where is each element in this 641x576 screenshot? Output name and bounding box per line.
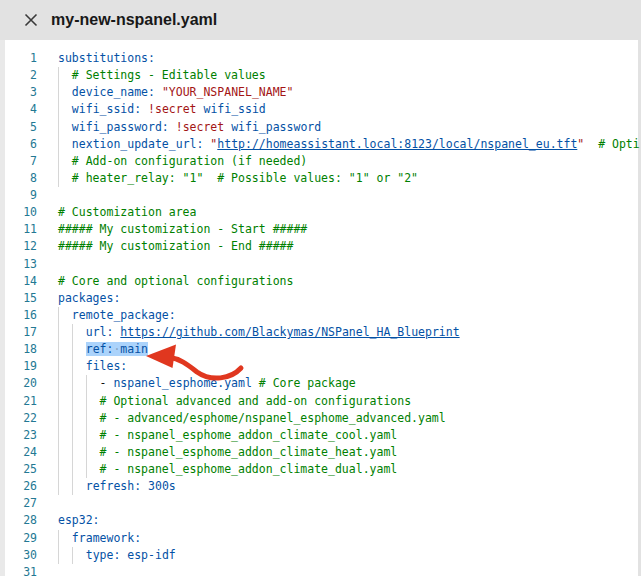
yaml-editor[interactable]: 1substitutions:2 # Settings - Editable v… — [0, 40, 641, 576]
code-token: wifi_password — [231, 120, 321, 134]
code-line[interactable]: 27 — [0, 495, 641, 512]
code-token: nextion_update_url: — [72, 137, 204, 151]
code-token: packages: — [58, 291, 120, 305]
indent-guide — [72, 375, 73, 392]
line-number: 9 — [0, 187, 37, 204]
code-line[interactable]: 1substitutions: — [0, 50, 641, 67]
line-content — [37, 495, 641, 512]
line-content: esp32: — [37, 512, 641, 529]
line-content: # Customization area — [37, 204, 641, 221]
code-line[interactable]: 8 # heater_relay: "1" # Possible values:… — [0, 170, 641, 187]
indent-guide — [86, 410, 87, 427]
line-content: # heater_relay: "1" # Possible values: "… — [37, 170, 641, 187]
code-line[interactable]: 24 # - nspanel_esphome_addon_climate_hea… — [0, 444, 641, 461]
code-line[interactable]: 2 # Settings - Editable values — [0, 67, 641, 84]
line-number: 10 — [0, 204, 37, 221]
code-token — [155, 85, 162, 99]
line-number: 28 — [0, 512, 37, 529]
indent-guide — [72, 547, 73, 564]
indent-guide — [86, 393, 87, 410]
link[interactable]: https://github.com/Blackymas/NSPanel_HA_… — [120, 325, 459, 339]
line-content: wifi_password: !secret wifi_password — [37, 119, 641, 136]
line-content: # Core and optional configurations — [37, 273, 641, 290]
code-token: # - nspanel_esphome_addon_climate_dual.y… — [58, 462, 397, 476]
line-number: 16 — [0, 307, 37, 324]
code-line[interactable]: 25 # - nspanel_esphome_addon_climate_dua… — [0, 461, 641, 478]
code-line[interactable]: 31 — [0, 564, 641, 576]
code-line[interactable]: 16 remote_package: — [0, 307, 641, 324]
indent-guide — [58, 84, 59, 101]
code-token: # Settings - Editable values — [58, 68, 266, 82]
indent-guide — [58, 427, 59, 444]
code-line[interactable]: 6 nextion_update_url: "http://homeassist… — [0, 136, 641, 153]
code-line[interactable]: 21 # Optional advanced and add-on config… — [0, 393, 641, 410]
code-line[interactable]: 15packages: — [0, 290, 641, 307]
line-content — [37, 187, 641, 204]
code-token — [141, 479, 148, 493]
indent-guide — [86, 461, 87, 478]
line-content: substitutions: — [37, 50, 641, 67]
code-token: # Core package — [259, 376, 356, 390]
code-token: wifi_ssid: — [72, 102, 141, 116]
code-token: framework: — [72, 531, 141, 545]
line-number: 7 — [0, 153, 37, 170]
line-content: framework: — [37, 530, 641, 547]
indent-guide — [86, 427, 87, 444]
code-token: "YOUR_NSPANEL_NAME" — [162, 85, 294, 99]
line-number: 2 — [0, 67, 37, 84]
line-number: 20 — [0, 375, 37, 392]
indent-guide — [58, 136, 59, 153]
indent-guide — [72, 461, 73, 478]
code-line[interactable]: 10# Customization area — [0, 204, 641, 221]
indent-guide — [72, 341, 73, 358]
code-line[interactable]: 22 # - advanced/esphome/nspanel_esphome_… — [0, 410, 641, 427]
code-line[interactable]: 11##### My customization - Start ##### — [0, 221, 641, 238]
line-content: # - nspanel_esphome_addon_climate_heat.y… — [37, 444, 641, 461]
code-line[interactable]: 12##### My customization - End ##### — [0, 238, 641, 255]
line-number: 8 — [0, 170, 37, 187]
code-token: # - nspanel_esphome_addon_climate_heat.y… — [58, 445, 397, 459]
code-line[interactable]: 7 # Add-on configuration (if needed) — [0, 153, 641, 170]
code-line[interactable]: 3 device_name: "YOUR_NSPANEL_NAME" — [0, 84, 641, 101]
indent-guide — [72, 358, 73, 375]
line-number: 26 — [0, 478, 37, 495]
line-content: ref:·main — [37, 341, 641, 358]
code-token: ##### My customization - Start ##### — [58, 222, 307, 236]
indent-guide — [86, 444, 87, 461]
line-number: 19 — [0, 358, 37, 375]
code-line[interactable]: 14# Core and optional configurations — [0, 273, 641, 290]
line-content: type: esp-idf — [37, 547, 641, 564]
code-line[interactable]: 26 refresh: 300s — [0, 478, 641, 495]
indent-guide — [58, 530, 59, 547]
code-token: # Optional advanced and add-on configura… — [58, 394, 411, 408]
code-line[interactable]: 5 wifi_password: !secret wifi_password — [0, 119, 641, 136]
link[interactable]: http://homeassistant.local:8123/local/ns… — [217, 137, 577, 151]
code-line[interactable]: 18 ref:·main — [0, 341, 641, 358]
code-token — [58, 137, 72, 151]
code-line[interactable]: 30 type: esp-idf — [0, 547, 641, 564]
code-line[interactable]: 19 files: — [0, 358, 641, 375]
code-token: refresh: — [86, 479, 141, 493]
code-line[interactable]: 9 — [0, 187, 641, 204]
code-line[interactable]: 23 # - nspanel_esphome_addon_climate_coo… — [0, 427, 641, 444]
line-number: 14 — [0, 273, 37, 290]
code-line[interactable]: 13 — [0, 256, 641, 273]
indent-guide — [72, 393, 73, 410]
code-token: files: — [86, 359, 128, 373]
code-line[interactable]: 4 wifi_ssid: !secret wifi_ssid — [0, 101, 641, 118]
code-line[interactable]: 29 framework: — [0, 530, 641, 547]
line-content: # Settings - Editable values — [37, 67, 641, 84]
code-token: ##### My customization - End ##### — [58, 239, 293, 253]
indent-guide — [58, 478, 59, 495]
line-number: 22 — [0, 410, 37, 427]
code-line[interactable]: 20 - nspanel_esphome.yaml # Core package — [0, 375, 641, 392]
line-content: # - nspanel_esphome_addon_climate_dual.y… — [37, 461, 641, 478]
close-icon[interactable] — [24, 13, 38, 27]
indent-guide — [58, 153, 59, 170]
code-line[interactable]: 17 url: https://github.com/Blackymas/NSP… — [0, 324, 641, 341]
indent-guide — [58, 461, 59, 478]
header-bar: my-new-nspanel.yaml — [0, 0, 641, 40]
line-number: 23 — [0, 427, 37, 444]
code-line[interactable]: 28esp32: — [0, 512, 641, 529]
indent-guide — [58, 444, 59, 461]
